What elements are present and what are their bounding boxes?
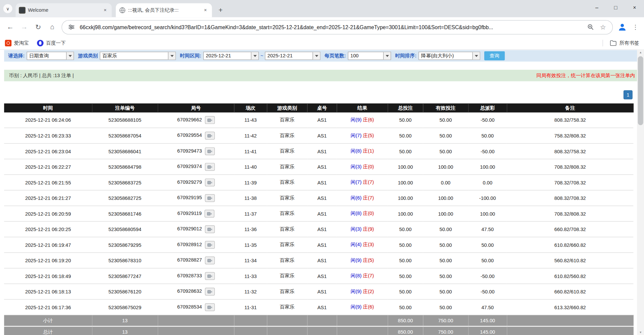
- cell-payout: -50.00: [468, 268, 507, 284]
- search-button[interactable]: 查询: [484, 51, 505, 60]
- menu-icon[interactable]: ⋮: [630, 22, 641, 33]
- chevron-down-icon[interactable]: [473, 52, 480, 59]
- cell-total-bet: 50.00: [388, 299, 423, 315]
- globe-favicon-icon: [119, 7, 126, 14]
- cell-game-type: 百家乐: [267, 237, 307, 253]
- back-icon[interactable]: ←: [3, 20, 17, 34]
- date-end-select[interactable]: 2025-12-21: [265, 52, 320, 60]
- date-start-select[interactable]: 2025-12-21: [203, 52, 259, 60]
- chevron-down-icon[interactable]: [66, 52, 73, 59]
- tab-close-icon[interactable]: ×: [202, 7, 209, 14]
- cell-valid-bet: 100.00: [423, 190, 468, 206]
- zoom-icon[interactable]: [586, 22, 595, 32]
- new-tab-button[interactable]: +: [215, 5, 226, 16]
- video-replay-icon[interactable]: [205, 116, 214, 124]
- round-id-text: 670929374: [177, 164, 202, 169]
- bookmark-baidu[interactable]: 百度一下: [37, 40, 66, 47]
- page-1-button[interactable]: 1: [624, 90, 633, 99]
- chevron-down-icon[interactable]: [312, 52, 320, 59]
- result-player: 闲(4): [351, 242, 362, 247]
- maximize-button[interactable]: □: [606, 0, 625, 15]
- cell-result: 闲(8) 庄(7): [337, 268, 388, 284]
- tab-strip: ∨ Welcome × :::视讯, 会员下注纪录::: × + – □ ×: [0, 0, 644, 17]
- site-settings-icon[interactable]: [67, 22, 76, 32]
- cell-time: 2025-12-21 06:23:04: [4, 144, 92, 159]
- query-type-select[interactable]: 日期查询: [27, 52, 74, 60]
- column-header: 局号: [158, 103, 234, 112]
- welcome-favicon-icon: [19, 7, 26, 14]
- url-bar[interactable]: 66cxkj98.com/game/betrecord_search/kind3…: [62, 20, 613, 34]
- sort-select[interactable]: 降幂(由大到小): [418, 52, 480, 60]
- video-replay-icon[interactable]: [205, 178, 214, 186]
- url-text[interactable]: 66cxkj98.com/game/betrecord_search/kind3…: [80, 24, 586, 30]
- tab-betrecord[interactable]: :::视讯, 会员下注纪录::: ×: [116, 3, 212, 17]
- cell-payout: -50.00: [468, 144, 507, 159]
- cell-round-id: 670928632: [158, 284, 234, 299]
- bookmark-star-icon[interactable]: ☆: [598, 22, 607, 32]
- scrollbar-thumb[interactable]: [638, 56, 643, 125]
- cell-total-bet: 100.00: [388, 175, 423, 190]
- cell-note: 613.32/660.82: [507, 299, 633, 315]
- scroll-down-icon[interactable]: ▼: [637, 329, 644, 335]
- video-replay-icon[interactable]: [205, 225, 214, 233]
- cell-game-type: 百家乐: [267, 190, 307, 206]
- round-id-text: 670928534: [177, 304, 202, 310]
- video-replay-icon[interactable]: [205, 272, 214, 280]
- video-replay-icon[interactable]: [205, 288, 214, 295]
- table-row: 2025-12-21 06:23:04523058686041670929473…: [4, 144, 633, 159]
- home-icon[interactable]: ⌂: [45, 20, 59, 34]
- video-replay-icon[interactable]: [205, 132, 214, 139]
- video-replay-icon[interactable]: [205, 147, 214, 155]
- total-label: 总计: [4, 326, 92, 335]
- cell-session: 11-31: [234, 299, 267, 315]
- video-replay-icon[interactable]: [205, 241, 214, 248]
- total-valid-bet: 750.00: [423, 326, 468, 335]
- result-player: 闲(3): [351, 164, 362, 169]
- video-replay-icon[interactable]: [205, 163, 214, 171]
- forward-icon[interactable]: →: [17, 20, 31, 34]
- result-player: 闲(8): [351, 211, 362, 216]
- game-type-select[interactable]: 百家乐: [100, 52, 176, 60]
- video-replay-icon[interactable]: [205, 210, 214, 217]
- all-bookmarks-button[interactable]: 所有书签: [602, 40, 639, 47]
- cell-round-id: 670928733: [158, 268, 234, 284]
- cell-game-type: 百家乐: [267, 268, 307, 284]
- cell-table-no: AS1: [307, 237, 337, 253]
- tab-close-icon[interactable]: ×: [102, 7, 109, 14]
- table-row: 2025-12-21 06:22:27523058684798670929374…: [4, 159, 633, 175]
- tab-search-button[interactable]: ∨: [3, 4, 12, 13]
- cell-session: 11-36: [234, 221, 267, 237]
- table-header-row: 时间注单编号局号场次游戏类别桌号结果总投注有效投注总派彩备注: [4, 103, 633, 112]
- tab-welcome[interactable]: Welcome ×: [16, 3, 112, 17]
- page-scrollbar[interactable]: ▲ ▼: [637, 49, 644, 335]
- minimize-button[interactable]: –: [587, 0, 606, 15]
- refresh-icon[interactable]: ↻: [31, 20, 45, 34]
- chevron-down-icon[interactable]: [251, 52, 258, 59]
- date-range-label: 时间区间:: [180, 52, 201, 59]
- cell-session: 11-40: [234, 159, 267, 175]
- video-replay-icon[interactable]: [205, 303, 214, 311]
- per-page-select[interactable]: 100: [348, 52, 391, 60]
- cell-payout: 50.00: [468, 237, 507, 253]
- cell-time: 2025-12-21 06:19:47: [4, 237, 92, 253]
- cell-valid-bet: 50.00: [423, 284, 468, 299]
- close-window-button[interactable]: ×: [625, 0, 644, 15]
- cell-game-type: 百家乐: [267, 112, 307, 128]
- cell-time: 2025-12-21 06:20:59: [4, 206, 92, 222]
- cell-round-id: 670929554: [158, 128, 234, 144]
- profile-icon[interactable]: [617, 22, 628, 33]
- result-banker: 庄(7): [363, 273, 374, 279]
- cell-round-id: 670928534: [158, 299, 234, 315]
- cell-valid-bet: 100.00: [423, 159, 468, 175]
- video-replay-icon[interactable]: [205, 257, 214, 264]
- chevron-down-icon[interactable]: [168, 52, 176, 59]
- bookmark-taobao[interactable]: 爱淘宝: [5, 40, 29, 47]
- result-player: 闲(8): [351, 273, 362, 279]
- cell-time: 2025-12-21 06:24:06: [4, 112, 92, 128]
- chevron-down-icon[interactable]: [383, 52, 391, 59]
- cell-round-id: 670929662: [158, 112, 234, 128]
- tab-title: :::视讯, 会员下注纪录:::: [128, 7, 200, 14]
- cell-payout: -100.00: [468, 190, 507, 206]
- video-replay-icon[interactable]: [205, 194, 214, 202]
- scroll-up-icon[interactable]: ▲: [637, 49, 644, 55]
